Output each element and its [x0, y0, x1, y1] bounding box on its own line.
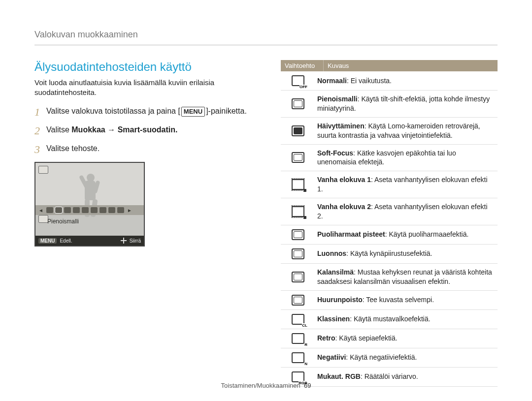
intro-text: Voit luoda ainutlaatuisia kuvia lisäämäl… — [34, 78, 251, 97]
option-icon: R — [281, 329, 315, 348]
option-text: : Käytä puoliharmaaefektiä. — [385, 230, 469, 238]
option-text: : Ei vaikutusta. — [347, 77, 392, 85]
section-title: Älysuodatintehosteiden käyttö — [34, 60, 251, 74]
option-label: Soft-Focus — [317, 149, 353, 157]
page-footer: Toistaminen/Muokkaaminen 69 — [0, 382, 532, 389]
option-description: Normaali: Ei vaikutusta. — [315, 72, 498, 90]
filmstrip-right-icon: ► — [126, 208, 133, 213]
option-label: Normaali — [317, 77, 347, 85]
option-icon — [281, 268, 315, 286]
option-label: Kalansilmä — [317, 268, 354, 276]
option-icon: OFF — [281, 71, 315, 90]
option-icon — [281, 122, 315, 140]
step-3-text: Valitse tehoste. — [46, 143, 251, 154]
option-description: Retro: Käytä sepiaefektiä. — [315, 330, 498, 347]
option-icon — [281, 175, 315, 194]
table-header-description: Kuvaus — [324, 60, 498, 71]
table-row: Puoliharmaat pisteet: Käytä puoliharmaae… — [281, 225, 498, 245]
table-row: OFFNormaali: Ei vaikutusta. — [281, 71, 498, 91]
option-description: Puoliharmaat pisteet: Käytä puoliharmaae… — [315, 226, 498, 243]
table-row: Pienoismalli: Käytä tilt-shift-efektiä, … — [281, 91, 498, 118]
option-description: Klassinen: Käytä mustavalkoefektiä. — [315, 310, 498, 328]
menu-button-label: MENU — [181, 107, 205, 117]
status-back-label: Edell. — [60, 238, 72, 244]
step-2-text-b: Muokkaa → Smart-suodatin. — [71, 125, 177, 134]
step-2-text-a: Valitse — [46, 125, 71, 134]
table-row: CLKlassinen: Käytä mustavalkoefektiä. — [281, 310, 498, 329]
option-icon: N — [281, 348, 315, 367]
table-row: NNegatiivi: Käytä negatiiviefektiä. — [281, 348, 498, 368]
option-text: : Käytä mustavalkoefektiä. — [350, 315, 430, 323]
option-description: Negatiivi: Käytä negatiiviefektiä. — [315, 349, 498, 366]
option-description: Kalansilmä: Mustaa kehyksen reunat ja vä… — [315, 264, 498, 290]
footer-page-number: 69 — [304, 382, 311, 389]
table-header-option: Vaihtoehto — [281, 60, 324, 71]
option-label: Puoliharmaat pisteet — [317, 230, 385, 238]
step-number: 2 — [34, 124, 46, 137]
option-description: Luonnos: Käytä kynäpiirustusefektiä. — [315, 245, 498, 262]
status-menu-label: MENU — [38, 238, 57, 244]
steps-list: 1 Valitse valokuva toistotilassa ja pain… — [34, 106, 251, 156]
preview-bottom-icon — [38, 215, 48, 223]
option-text: : Käytä negatiiviefektiä. — [346, 353, 417, 361]
options-table: Vaihtoehto Kuvaus OFFNormaali: Ei vaikut… — [281, 60, 498, 387]
table-row: Vanha elokuva 1: Aseta vanhantyylisen el… — [281, 171, 498, 198]
option-text: : Räätälöi väriarvo. — [361, 372, 418, 380]
step-1-text-b: ]-painiketta. — [206, 107, 247, 115]
status-move-label: Siirrä — [130, 238, 141, 244]
option-description: Häivyttäminen: Käytä Lomo-kameroiden ret… — [315, 118, 498, 144]
option-text: : Käytä kynäpiirustusefektiä. — [346, 249, 432, 257]
option-text: : Käytä sepiaefektiä. — [335, 334, 398, 342]
option-label: Vanha elokuva 1 — [317, 176, 371, 184]
filmstrip-left-icon: ◄ — [37, 208, 44, 213]
table-row: Luonnos: Käytä kynäpiirustusefektiä. — [281, 245, 498, 264]
option-label: Huurunpoisto — [317, 296, 363, 304]
step-1: 1 Valitse valokuva toistotilassa ja pain… — [34, 106, 251, 119]
option-label: Klassinen — [317, 315, 350, 323]
preview-filmstrip: ◄ ► — [35, 205, 144, 215]
table-row: Huurunpoisto: Tee kuvasta selvempi. — [281, 291, 498, 310]
step-number: 1 — [34, 106, 46, 119]
option-icon — [281, 94, 315, 113]
table-row: Vanha elokuva 2: Aseta vanhantyylisen el… — [281, 198, 498, 225]
step-number: 3 — [34, 143, 46, 156]
option-label: Mukaut. RGB — [317, 372, 361, 380]
footer-section: Toistaminen/Muokkaaminen — [221, 382, 300, 389]
table-row: Kalansilmä: Mustaa kehyksen reunat ja vä… — [281, 264, 498, 291]
option-label: Negatiivi — [317, 353, 346, 361]
option-icon — [281, 202, 315, 221]
option-label: Vanha elokuva 2 — [317, 203, 371, 211]
option-label: Pienoismalli — [317, 95, 358, 103]
option-icon — [281, 245, 315, 263]
table-row: Häivyttäminen: Käytä Lomo-kameroiden ret… — [281, 118, 498, 145]
table-row: Soft-Focus: Kätke kasvojen epäkohtia tai… — [281, 145, 498, 172]
option-label: Luonnos — [317, 249, 346, 257]
preview-top-icon — [38, 166, 48, 174]
option-description: Vanha elokuva 2: Aseta vanhantyylisen el… — [315, 198, 498, 225]
option-icon: CL — [281, 310, 315, 329]
option-label: Retro — [317, 334, 335, 342]
preview-status-bar: MENU Edell. Siirrä — [35, 236, 144, 246]
option-description: Pienoismalli: Käytä tilt-shift-efektiä, … — [315, 91, 498, 117]
preview-selected-label: Pienoismalli — [47, 218, 79, 225]
table-row: RRetro: Käytä sepiaefektiä. — [281, 329, 498, 348]
option-label: Häivyttäminen — [317, 122, 365, 130]
option-text: : Tee kuvasta selvempi. — [363, 296, 434, 304]
option-icon — [281, 225, 315, 244]
step-3: 3 Valitse tehoste. — [34, 143, 251, 156]
option-icon — [281, 148, 315, 167]
option-description: Soft-Focus: Kätke kasvojen epäkohtia tai… — [315, 145, 498, 171]
nav-cross-icon — [121, 238, 127, 244]
option-icon — [281, 291, 315, 309]
option-description: Huurunpoisto: Tee kuvasta selvempi. — [315, 291, 498, 308]
step-1-text-a: Valitse valokuva toistotilassa ja paina … — [46, 107, 180, 115]
option-description: Vanha elokuva 1: Aseta vanhantyylisen el… — [315, 171, 498, 198]
camera-preview: ◄ ► Pienoismalli MENU Edell. Siirrä — [34, 162, 145, 247]
step-2: 2 Valitse Muokkaa → Smart-suodatin. — [34, 124, 251, 137]
breadcrumb: Valokuvan muokkaaminen — [34, 30, 498, 45]
